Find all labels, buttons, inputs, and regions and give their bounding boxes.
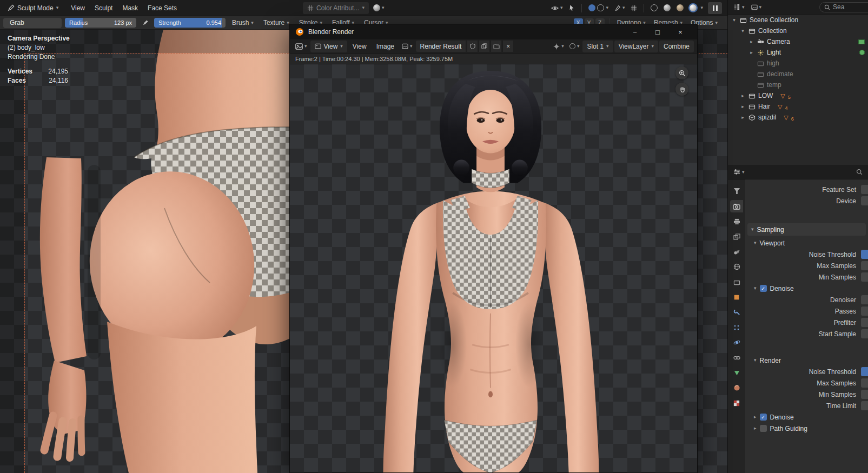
viewport-max-samples-row[interactable]: Max Samples	[745, 260, 868, 271]
visibility-dropdown[interactable]: ▾	[549, 2, 565, 14]
time-limit-row[interactable]: Time Limit	[745, 400, 868, 411]
render-result-view[interactable]	[290, 64, 697, 472]
value-field[interactable]	[861, 250, 868, 259]
gizmos-dropdown[interactable]: ▾	[551, 41, 566, 52]
overlay-toggle-group[interactable]: ▾	[586, 2, 611, 14]
value-field[interactable]	[861, 307, 868, 316]
pause-button[interactable]	[708, 2, 722, 14]
denoise-checkbox[interactable]: ✓	[760, 414, 767, 421]
value-field[interactable]	[861, 390, 868, 399]
shading-solid-button[interactable]	[661, 2, 673, 14]
outliner-row-spizdil[interactable]: ▸ spizdil ▽ 6	[728, 112, 868, 123]
editor-type-dropdown[interactable]: ▾	[293, 41, 309, 52]
outliner-editor-dropdown[interactable]: ▾	[731, 1, 747, 13]
outliner-row-decimate[interactable]: decimate	[728, 69, 868, 79]
viewport-min-samples-row[interactable]: Min Samples	[745, 271, 868, 283]
outliner-row-camera[interactable]: ▸ Camera	[728, 36, 868, 47]
tab-render[interactable]	[730, 200, 743, 212]
zoom-button[interactable]	[675, 66, 688, 79]
outliner-display-mode-dropdown[interactable]: ▾	[749, 1, 764, 13]
render-menu-view[interactable]: View	[348, 43, 371, 50]
image-mode-dropdown[interactable]: View ▾	[310, 41, 347, 52]
menu-face-sets[interactable]: Face Sets	[143, 2, 182, 15]
outliner-row-high[interactable]: high	[728, 58, 868, 69]
close-button[interactable]: ×	[669, 28, 692, 36]
value-field[interactable]	[861, 318, 868, 327]
expand-icon[interactable]: ▾	[731, 17, 737, 23]
shading-rendered-button[interactable]	[687, 2, 699, 14]
new-image-button[interactable]	[479, 41, 489, 52]
tab-tool[interactable]	[730, 185, 743, 197]
overlays-button[interactable]	[628, 2, 639, 14]
texture-dropdown[interactable]: Texture▾	[260, 18, 293, 28]
tab-modifiers[interactable]	[730, 306, 743, 318]
outliner-row-hair[interactable]: ▸ Hair ▽ 4	[728, 101, 868, 112]
value-field[interactable]	[861, 272, 868, 282]
value-field[interactable]	[861, 261, 868, 270]
denoise-checkbox[interactable]: ✓	[760, 285, 767, 292]
menu-mask[interactable]: Mask	[117, 2, 143, 15]
outliner-search-field[interactable]: Sea	[819, 2, 868, 12]
pan-hand-button[interactable]	[675, 83, 688, 96]
tab-output[interactable]	[730, 215, 743, 228]
value-field[interactable]	[861, 329, 868, 338]
value-field[interactable]	[861, 367, 868, 376]
radius-pressure-button[interactable]	[140, 17, 151, 29]
outliner-row-temp[interactable]: temp	[728, 79, 868, 90]
tab-collection[interactable]	[730, 276, 743, 288]
material-preview-dropdown[interactable]: ▾	[371, 2, 387, 14]
outliner-row-light[interactable]: ▸ Light	[728, 47, 868, 58]
render-window-titlebar[interactable]: Blender Render − □ ×	[290, 24, 697, 39]
slot-dropdown[interactable]: Slot 1▾	[582, 41, 613, 52]
path-guiding-header[interactable]: ▸ Path Guiding	[754, 423, 868, 434]
radius-slider[interactable]: Radius 123 px	[65, 18, 136, 28]
tab-texture[interactable]	[730, 397, 743, 409]
light-data-icon[interactable]	[859, 50, 865, 55]
render-denoise-header[interactable]: ▸ ✓ Denoise	[754, 411, 868, 423]
unlink-button[interactable]: ×	[502, 41, 513, 52]
tab-physics[interactable]	[730, 336, 743, 349]
shading-wireframe-button[interactable]	[648, 2, 660, 14]
properties-editor-dropdown[interactable]: ▾	[731, 166, 747, 178]
render-noise-threshold-row[interactable]: Noise Threshold	[745, 366, 868, 377]
device-row[interactable]: Device	[745, 195, 868, 206]
fake-user-button[interactable]	[467, 41, 478, 52]
outliner-row-low[interactable]: ▸ LOW ▽ 5	[728, 90, 868, 101]
start-sample-row[interactable]: Start Sample	[745, 328, 868, 339]
viewport-noise-threshold-row[interactable]: Noise Threshold	[745, 249, 868, 260]
strength-slider[interactable]: Strength 0.954	[154, 18, 226, 28]
expand-icon[interactable]: ▸	[740, 115, 746, 120]
tab-constraints[interactable]	[730, 351, 743, 364]
render-subsection-header[interactable]: ▾ Render	[754, 355, 868, 366]
render-max-samples-row[interactable]: Max Samples	[745, 377, 868, 389]
tab-view-layer[interactable]	[730, 230, 743, 243]
properties-search-button[interactable]	[854, 166, 865, 178]
value-field[interactable]	[861, 295, 868, 304]
pass-dropdown[interactable]: Combine	[659, 41, 694, 52]
camera-data-icon[interactable]	[858, 39, 865, 44]
outliner-row-scene-collection[interactable]: ▾ Scene Collection	[728, 15, 868, 25]
viewport-subsection-header[interactable]: ▾ Viewport	[754, 237, 868, 249]
shading-material-button[interactable]	[674, 2, 686, 14]
tab-object[interactable]	[730, 291, 743, 303]
menu-view[interactable]: View	[66, 2, 90, 15]
open-image-button[interactable]	[491, 41, 501, 52]
tab-particles[interactable]	[730, 321, 743, 334]
sampling-section-header[interactable]: ▾ Sampling	[747, 223, 866, 236]
menu-sculpt[interactable]: Sculpt	[90, 2, 117, 15]
render-window[interactable]: Blender Render − □ × ▾ View ▾ View Image…	[289, 24, 698, 473]
prefilter-row[interactable]: Prefilter	[745, 317, 868, 328]
feature-set-row[interactable]: Feature Set	[745, 184, 868, 195]
value-field[interactable]	[861, 196, 868, 205]
expand-icon[interactable]: ▸	[748, 50, 754, 55]
image-datablock-field[interactable]: Render Result	[416, 41, 466, 52]
render-menu-image[interactable]: Image	[372, 43, 399, 50]
tab-scene[interactable]	[730, 245, 743, 258]
expand-icon[interactable]: ▸	[740, 93, 746, 98]
tab-material[interactable]	[730, 382, 743, 394]
viewport-denoise-header[interactable]: ▾ ✓ Denoise	[754, 283, 868, 294]
color-attribute-selector[interactable]: Color Attribut... ▾	[303, 2, 369, 14]
value-field[interactable]	[861, 185, 868, 194]
denoiser-row[interactable]: Denoiser	[745, 294, 868, 305]
maximize-button[interactable]: □	[646, 28, 669, 36]
